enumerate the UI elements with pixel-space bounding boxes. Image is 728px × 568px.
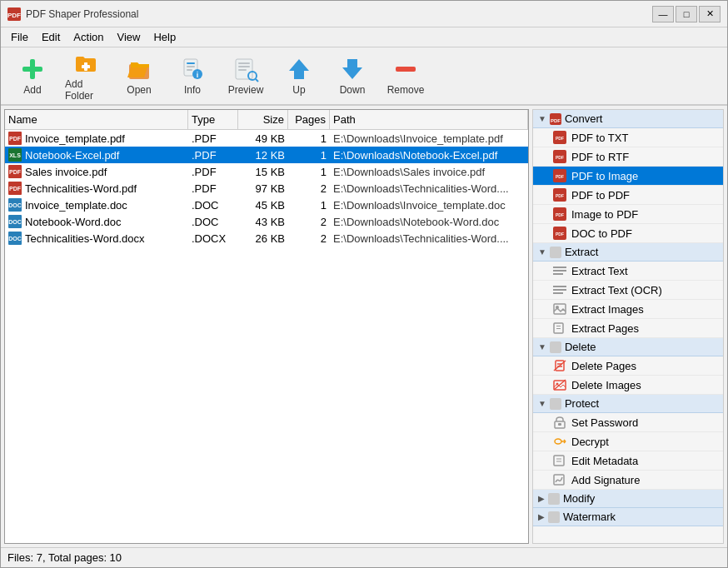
extract-ocr-icon bbox=[553, 283, 566, 296]
extract-text-label: Extract Text bbox=[571, 265, 628, 277]
sidebar-section-header-delete[interactable]: ▼ Delete bbox=[533, 338, 723, 356]
table-row[interactable]: PDF Invoice_template.pdf .PDF 49 KB 1 E:… bbox=[5, 130, 528, 147]
menu-edit[interactable]: Edit bbox=[35, 29, 67, 45]
sidebar-section-header-watermark[interactable]: ▶ Watermark bbox=[533, 508, 723, 526]
open-button[interactable]: Open bbox=[114, 51, 164, 101]
sidebar-item-extract-text-ocr[interactable]: Extract Text (OCR) bbox=[533, 281, 723, 300]
doc-to-pdf-icon: PDF bbox=[553, 227, 566, 240]
table-row[interactable]: XLS Notebook-Excel.pdf .PDF 12 KB 1 E:\D… bbox=[5, 147, 528, 163]
up-button[interactable]: Up bbox=[274, 51, 324, 101]
file-list-body: PDF Invoice_template.pdf .PDF 49 KB 1 E:… bbox=[5, 130, 528, 543]
minimize-button[interactable]: — bbox=[652, 6, 674, 22]
sidebar-item-extract-images[interactable]: Extract Images bbox=[533, 300, 723, 319]
cell-name: PDF Technicalities-Word.pdf bbox=[5, 182, 188, 195]
sidebar-item-pdf-to-txt[interactable]: PDF PDF to TXT bbox=[533, 128, 723, 147]
sidebar-item-add-signature[interactable]: Add Signature bbox=[533, 471, 723, 490]
table-row[interactable]: DOC Notebook-Word.doc .DOC 43 KB 2 E:\Do… bbox=[5, 213, 528, 230]
cell-name: DOC Technicalities-Word.docx bbox=[5, 232, 188, 245]
collapse-icon-extract: ▼ bbox=[538, 247, 546, 257]
image-to-pdf-label: Image to PDF bbox=[571, 208, 638, 221]
svg-text:PDF: PDF bbox=[551, 118, 561, 123]
svg-rect-11 bbox=[187, 69, 192, 71]
down-label: Down bbox=[340, 84, 366, 96]
pdf-to-rtf-icon: PDF bbox=[553, 150, 566, 163]
menu-file[interactable]: File bbox=[4, 29, 35, 45]
sidebar-section-header-protect[interactable]: ▼ Protect bbox=[533, 395, 723, 413]
sidebar-section-delete: ▼ Delete Delete Pages Delete bbox=[533, 338, 723, 395]
svg-text:PDF: PDF bbox=[556, 174, 564, 179]
pdf-to-pdf-label: PDF to PDF bbox=[571, 189, 630, 202]
sidebar-item-edit-metadata[interactable]: Edit Metadata bbox=[533, 451, 723, 471]
cell-pages: 1 bbox=[288, 132, 330, 145]
title-bar: PDF PDF Shaper Professional — □ ✕ bbox=[1, 1, 727, 27]
add-folder-button[interactable]: Add Folder bbox=[61, 51, 111, 101]
up-icon bbox=[286, 56, 312, 82]
preview-button[interactable]: Preview bbox=[221, 51, 271, 101]
close-button[interactable]: ✕ bbox=[699, 6, 721, 22]
sidebar-item-pdf-to-pdf[interactable]: PDF PDF to PDF bbox=[533, 186, 723, 205]
info-label: Info bbox=[184, 84, 201, 96]
cell-size: 26 KB bbox=[238, 232, 288, 245]
table-row[interactable]: PDF Sales invoice.pdf .PDF 15 KB 1 E:\Do… bbox=[5, 163, 528, 180]
svg-rect-49 bbox=[550, 341, 561, 353]
sidebar-section-header-convert[interactable]: ▼ PDF Convert bbox=[533, 110, 723, 128]
svg-rect-3 bbox=[22, 67, 42, 72]
info-button[interactable]: i Info bbox=[167, 51, 217, 101]
down-button[interactable]: Down bbox=[327, 51, 377, 101]
cell-path: E:\Downloads\Invoice_template.doc bbox=[330, 199, 528, 212]
add-button[interactable]: Add bbox=[7, 51, 57, 101]
cell-pages: 1 bbox=[288, 166, 330, 178]
pdf-to-txt-label: PDF to TXT bbox=[571, 132, 628, 144]
sidebar-item-decrypt[interactable]: Decrypt bbox=[533, 432, 723, 451]
sidebar-item-delete-images[interactable]: Delete Images bbox=[533, 376, 723, 395]
title-bar-left: PDF PDF Shaper Professional bbox=[7, 7, 138, 21]
menu-help[interactable]: Help bbox=[147, 29, 182, 45]
docx-file-icon: DOC bbox=[8, 232, 22, 245]
svg-rect-16 bbox=[238, 66, 250, 67]
maximize-button[interactable]: □ bbox=[676, 6, 697, 22]
svg-rect-41 bbox=[553, 286, 566, 287]
sidebar-item-image-to-pdf[interactable]: PDF Image to PDF bbox=[533, 205, 723, 224]
svg-rect-68 bbox=[548, 493, 560, 505]
sidebar-item-pdf-to-rtf[interactable]: PDF PDF to RTF bbox=[533, 147, 723, 167]
pdf-to-pdf-icon: PDF bbox=[553, 188, 566, 202]
menu-view[interactable]: View bbox=[111, 29, 147, 45]
sidebar-item-delete-pages[interactable]: Delete Pages bbox=[533, 356, 723, 376]
edit-metadata-icon bbox=[553, 454, 566, 467]
add-label: Add bbox=[23, 84, 41, 96]
pdf-to-image-label: PDF to Image bbox=[571, 170, 638, 182]
sidebar-item-set-password[interactable]: Set Password bbox=[533, 413, 723, 432]
main-window: PDF PDF Shaper Professional — □ ✕ File E… bbox=[0, 0, 728, 568]
remove-button[interactable]: Remove bbox=[381, 51, 431, 101]
table-row[interactable]: DOC Invoice_template.doc .DOC 45 KB 1 E:… bbox=[5, 197, 528, 213]
remove-icon bbox=[392, 56, 419, 82]
remove-label: Remove bbox=[387, 84, 425, 96]
table-row[interactable]: PDF Technicalities-Word.pdf .PDF 97 KB 2… bbox=[5, 180, 528, 197]
sidebar-item-pdf-to-image[interactable]: PDF PDF to Image bbox=[533, 167, 723, 186]
sidebar-item-extract-text[interactable]: Extract Text bbox=[533, 262, 723, 281]
sidebar-item-extract-pages[interactable]: Extract Pages bbox=[533, 319, 723, 338]
info-icon: i bbox=[179, 56, 206, 82]
svg-text:PDF: PDF bbox=[556, 136, 564, 141]
pdf-file-icon: PDF bbox=[8, 165, 22, 178]
delete-images-label: Delete Images bbox=[571, 379, 641, 391]
file-list-area: Name Type Size Pages Path PDF Invoice_te… bbox=[4, 109, 529, 544]
sidebar-section-header-modify[interactable]: ▶ Modify bbox=[533, 490, 723, 508]
cell-path: E:\Downloads\Notebook-Word.doc bbox=[330, 216, 528, 228]
sidebar-section-header-extract[interactable]: ▼ Extract bbox=[533, 243, 723, 262]
sidebar-section-watermark: ▶ Watermark bbox=[533, 508, 723, 526]
image-to-pdf-icon: PDF bbox=[553, 207, 566, 221]
svg-rect-42 bbox=[553, 289, 566, 291]
decrypt-icon bbox=[553, 435, 566, 448]
cell-path: E:\Downloads\Technicalities-Word.... bbox=[330, 182, 528, 195]
table-row[interactable]: DOC Technicalities-Word.docx .DOCX 26 KB… bbox=[5, 230, 528, 247]
toolbar: Add Add Folder bbox=[1, 47, 727, 106]
delete-pages-icon bbox=[553, 359, 566, 372]
cell-type: .DOCX bbox=[188, 232, 238, 245]
preview-icon bbox=[232, 56, 259, 82]
menu-action[interactable]: Action bbox=[67, 29, 110, 45]
add-folder-label: Add Folder bbox=[65, 78, 107, 102]
cell-size: 45 KB bbox=[238, 199, 288, 212]
sidebar-item-doc-to-pdf[interactable]: PDF DOC to PDF bbox=[533, 224, 723, 243]
cell-path: E:\Downloads\Notebook-Excel.pdf bbox=[330, 149, 528, 162]
